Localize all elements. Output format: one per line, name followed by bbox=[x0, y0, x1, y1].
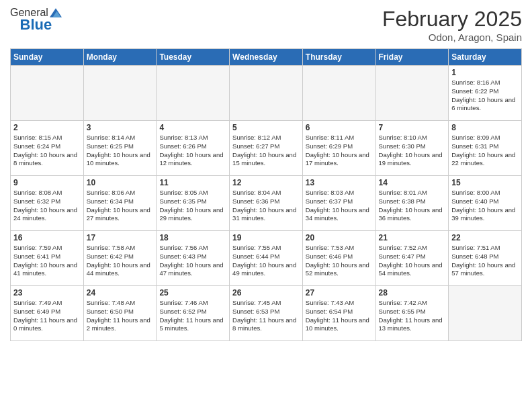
calendar-cell: 27Sunrise: 7:43 AM Sunset: 6:54 PM Dayli… bbox=[302, 286, 375, 341]
calendar-cell: 28Sunrise: 7:42 AM Sunset: 6:55 PM Dayli… bbox=[375, 286, 449, 341]
title-block: February 2025 Odon, Aragon, Spain bbox=[382, 7, 522, 43]
week-row-5: 23Sunrise: 7:49 AM Sunset: 6:49 PM Dayli… bbox=[11, 286, 522, 341]
weekday-saturday: Saturday bbox=[449, 49, 522, 66]
day-info: Sunrise: 7:48 AM Sunset: 6:50 PM Dayligh… bbox=[87, 299, 154, 333]
calendar-cell: 8Sunrise: 8:09 AM Sunset: 6:31 PM Daylig… bbox=[449, 121, 522, 176]
day-number: 7 bbox=[379, 123, 446, 132]
weekday-tuesday: Tuesday bbox=[157, 49, 230, 66]
calendar-table: SundayMondayTuesdayWednesdayThursdayFrid… bbox=[10, 48, 522, 341]
day-number: 23 bbox=[13, 288, 81, 298]
day-info: Sunrise: 7:43 AM Sunset: 6:54 PM Dayligh… bbox=[306, 299, 373, 333]
day-number: 24 bbox=[87, 288, 154, 298]
day-info: Sunrise: 7:49 AM Sunset: 6:49 PM Dayligh… bbox=[13, 299, 81, 333]
calendar-cell: 25Sunrise: 7:46 AM Sunset: 6:52 PM Dayli… bbox=[157, 286, 230, 341]
calendar-subtitle: Odon, Aragon, Spain bbox=[382, 32, 522, 43]
day-info: Sunrise: 7:51 AM Sunset: 6:48 PM Dayligh… bbox=[451, 244, 519, 278]
day-info: Sunrise: 7:55 AM Sunset: 6:44 PM Dayligh… bbox=[232, 244, 300, 278]
day-number: 19 bbox=[232, 233, 300, 242]
day-number: 12 bbox=[232, 178, 300, 187]
calendar-title: February 2025 bbox=[382, 7, 522, 32]
day-number: 25 bbox=[159, 288, 226, 298]
calendar-cell: 19Sunrise: 7:55 AM Sunset: 6:44 PM Dayli… bbox=[230, 231, 303, 286]
day-number: 10 bbox=[87, 178, 154, 187]
day-number: 16 bbox=[13, 233, 81, 242]
calendar-cell: 26Sunrise: 7:45 AM Sunset: 6:53 PM Dayli… bbox=[230, 286, 303, 341]
day-number: 5 bbox=[232, 123, 300, 132]
day-info: Sunrise: 7:46 AM Sunset: 6:52 PM Dayligh… bbox=[159, 299, 226, 333]
day-number: 26 bbox=[232, 288, 300, 298]
calendar-cell bbox=[11, 66, 84, 121]
page: General Blue February 2025 Odon, Aragon,… bbox=[0, 0, 532, 411]
calendar-cell: 18Sunrise: 7:56 AM Sunset: 6:43 PM Dayli… bbox=[157, 231, 230, 286]
day-number: 9 bbox=[13, 178, 81, 187]
day-info: Sunrise: 8:06 AM Sunset: 6:34 PM Dayligh… bbox=[87, 189, 154, 223]
day-info: Sunrise: 8:13 AM Sunset: 6:26 PM Dayligh… bbox=[159, 134, 226, 168]
calendar-cell: 11Sunrise: 8:05 AM Sunset: 6:35 PM Dayli… bbox=[157, 176, 230, 231]
day-info: Sunrise: 8:15 AM Sunset: 6:24 PM Dayligh… bbox=[13, 134, 81, 168]
day-number: 27 bbox=[306, 288, 373, 298]
weekday-wednesday: Wednesday bbox=[230, 49, 303, 66]
calendar-cell bbox=[157, 66, 230, 121]
calendar-cell bbox=[230, 66, 303, 121]
calendar-cell: 15Sunrise: 8:00 AM Sunset: 6:40 PM Dayli… bbox=[449, 176, 522, 231]
calendar-cell: 20Sunrise: 7:53 AM Sunset: 6:46 PM Dayli… bbox=[302, 231, 375, 286]
day-number: 8 bbox=[451, 123, 519, 132]
day-number: 11 bbox=[159, 178, 226, 187]
day-number: 6 bbox=[306, 123, 373, 132]
day-number: 15 bbox=[451, 178, 519, 187]
week-row-4: 16Sunrise: 7:59 AM Sunset: 6:41 PM Dayli… bbox=[11, 231, 522, 286]
day-info: Sunrise: 7:52 AM Sunset: 6:47 PM Dayligh… bbox=[379, 244, 446, 278]
day-number: 20 bbox=[306, 233, 373, 242]
calendar-cell: 21Sunrise: 7:52 AM Sunset: 6:47 PM Dayli… bbox=[375, 231, 449, 286]
day-number: 4 bbox=[159, 123, 226, 132]
day-info: Sunrise: 8:08 AM Sunset: 6:32 PM Dayligh… bbox=[13, 189, 81, 223]
calendar-cell: 10Sunrise: 8:06 AM Sunset: 6:34 PM Dayli… bbox=[83, 176, 157, 231]
day-number: 2 bbox=[13, 123, 81, 132]
calendar-cell: 6Sunrise: 8:11 AM Sunset: 6:29 PM Daylig… bbox=[302, 121, 375, 176]
day-info: Sunrise: 7:42 AM Sunset: 6:55 PM Dayligh… bbox=[379, 299, 446, 333]
day-info: Sunrise: 8:03 AM Sunset: 6:37 PM Dayligh… bbox=[306, 189, 373, 223]
calendar-cell: 5Sunrise: 8:12 AM Sunset: 6:27 PM Daylig… bbox=[230, 121, 303, 176]
day-number: 13 bbox=[306, 178, 373, 187]
header: General Blue February 2025 Odon, Aragon,… bbox=[10, 7, 522, 43]
day-number: 1 bbox=[451, 68, 519, 77]
calendar-cell: 16Sunrise: 7:59 AM Sunset: 6:41 PM Dayli… bbox=[11, 231, 84, 286]
day-info: Sunrise: 8:11 AM Sunset: 6:29 PM Dayligh… bbox=[306, 134, 373, 168]
logo-blue-text: Blue bbox=[20, 16, 52, 34]
week-row-2: 2Sunrise: 8:15 AM Sunset: 6:24 PM Daylig… bbox=[11, 121, 522, 176]
day-info: Sunrise: 8:09 AM Sunset: 6:31 PM Dayligh… bbox=[451, 134, 519, 168]
calendar-cell bbox=[375, 66, 449, 121]
calendar-cell bbox=[449, 286, 522, 341]
day-info: Sunrise: 8:04 AM Sunset: 6:36 PM Dayligh… bbox=[232, 189, 300, 223]
calendar-cell bbox=[83, 66, 157, 121]
calendar-cell: 2Sunrise: 8:15 AM Sunset: 6:24 PM Daylig… bbox=[11, 121, 84, 176]
weekday-monday: Monday bbox=[83, 49, 157, 66]
day-info: Sunrise: 8:01 AM Sunset: 6:38 PM Dayligh… bbox=[379, 189, 446, 223]
day-number: 18 bbox=[159, 233, 226, 242]
calendar-cell: 12Sunrise: 8:04 AM Sunset: 6:36 PM Dayli… bbox=[230, 176, 303, 231]
day-info: Sunrise: 7:53 AM Sunset: 6:46 PM Dayligh… bbox=[306, 244, 373, 278]
weekday-thursday: Thursday bbox=[302, 49, 375, 66]
calendar-cell: 17Sunrise: 7:58 AM Sunset: 6:42 PM Dayli… bbox=[83, 231, 157, 286]
day-info: Sunrise: 7:59 AM Sunset: 6:41 PM Dayligh… bbox=[13, 244, 81, 278]
day-info: Sunrise: 8:12 AM Sunset: 6:27 PM Dayligh… bbox=[232, 134, 300, 168]
week-row-3: 9Sunrise: 8:08 AM Sunset: 6:32 PM Daylig… bbox=[11, 176, 522, 231]
day-info: Sunrise: 8:05 AM Sunset: 6:35 PM Dayligh… bbox=[159, 189, 226, 223]
calendar-cell: 22Sunrise: 7:51 AM Sunset: 6:48 PM Dayli… bbox=[449, 231, 522, 286]
day-number: 28 bbox=[379, 288, 446, 298]
weekday-header-row: SundayMondayTuesdayWednesdayThursdayFrid… bbox=[11, 49, 522, 66]
weekday-sunday: Sunday bbox=[11, 49, 84, 66]
calendar-cell: 4Sunrise: 8:13 AM Sunset: 6:26 PM Daylig… bbox=[157, 121, 230, 176]
logo: General Blue bbox=[10, 7, 62, 34]
calendar-cell: 1Sunrise: 8:16 AM Sunset: 6:22 PM Daylig… bbox=[449, 66, 522, 121]
day-number: 3 bbox=[87, 123, 154, 132]
calendar-cell: 24Sunrise: 7:48 AM Sunset: 6:50 PM Dayli… bbox=[83, 286, 157, 341]
week-row-1: 1Sunrise: 8:16 AM Sunset: 6:22 PM Daylig… bbox=[11, 66, 522, 121]
calendar-cell: 7Sunrise: 8:10 AM Sunset: 6:30 PM Daylig… bbox=[375, 121, 449, 176]
calendar-cell: 23Sunrise: 7:49 AM Sunset: 6:49 PM Dayli… bbox=[11, 286, 84, 341]
day-info: Sunrise: 8:14 AM Sunset: 6:25 PM Dayligh… bbox=[87, 134, 154, 168]
day-info: Sunrise: 8:16 AM Sunset: 6:22 PM Dayligh… bbox=[451, 79, 519, 113]
calendar-cell: 3Sunrise: 8:14 AM Sunset: 6:25 PM Daylig… bbox=[83, 121, 157, 176]
day-info: Sunrise: 7:45 AM Sunset: 6:53 PM Dayligh… bbox=[232, 299, 300, 333]
day-info: Sunrise: 7:58 AM Sunset: 6:42 PM Dayligh… bbox=[87, 244, 154, 278]
